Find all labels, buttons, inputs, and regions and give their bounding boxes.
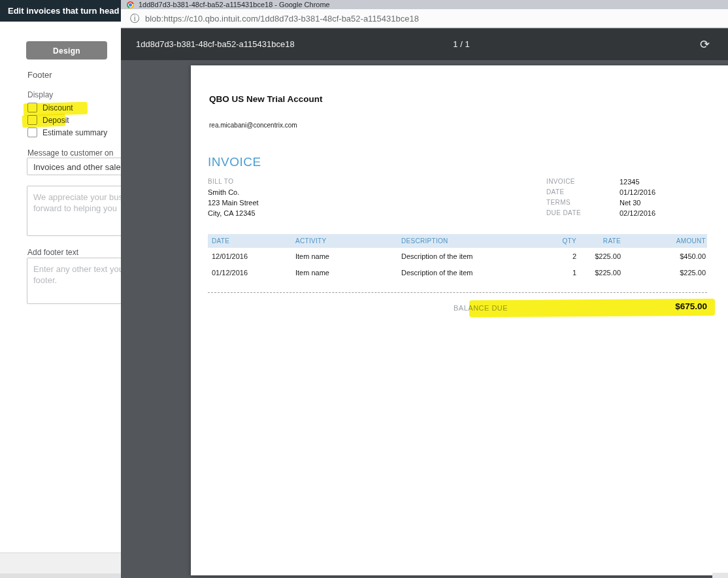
balance-due-value: $675.00	[675, 301, 707, 311]
pdf-toolbar: 1dd8d7d3-b381-48cf-ba52-a115431bce18 1 /…	[121, 29, 728, 60]
table-row: 12/01/2016 Item name Description of the …	[208, 248, 707, 264]
footer-section-title: Footer	[27, 70, 52, 80]
display-label: Display	[27, 90, 53, 99]
chrome-window: 1dd8d7d3-b381-48cf-ba52-a115431bce18 - G…	[121, 0, 728, 578]
company-name: QBO US New Trial Account	[209, 94, 323, 104]
bill-to-line: City, CA 12345	[208, 208, 259, 218]
add-footer-text-label: Add footer text	[27, 248, 78, 257]
balance-due-row: BALANCE DUE $675.00	[208, 301, 707, 314]
table-row: 01/12/2016 Item name Description of the …	[208, 264, 707, 280]
page-info-icon[interactable]: ⓘ	[130, 14, 139, 23]
cell-description: Description of the item	[397, 252, 548, 260]
meta-label: DATE	[546, 187, 620, 197]
cell-rate: $225.00	[578, 269, 622, 277]
col-header-description: DESCRIPTION	[397, 237, 548, 245]
meta-label: DUE DATE	[546, 208, 620, 218]
cell-amount: $450.00	[622, 252, 707, 260]
company-email: rea.micabani@concentrix.com	[209, 122, 297, 129]
pdf-document-title: 1dd8d7d3-b381-48cf-ba52-a115431bce18	[136, 29, 295, 60]
meta-value: 02/12/2016	[620, 208, 655, 218]
scrollbar-corner	[712, 573, 728, 578]
cell-rate: $225.00	[578, 252, 622, 260]
pdf-page-indicator: 1 / 1	[453, 29, 469, 60]
col-header-amount: AMOUNT	[622, 237, 707, 245]
col-header-rate: RATE	[578, 237, 622, 245]
col-header-activity: ACTIVITY	[291, 237, 397, 245]
bill-to-label: BILL TO	[208, 177, 259, 187]
chrome-favicon-icon	[127, 1, 134, 8]
deposit-checkbox[interactable]	[27, 115, 37, 125]
window-title: 1dd8d7d3-b381-48cf-ba52-a115431bce18 - G…	[139, 1, 330, 8]
screen: Edit invoices that turn head Design Foot…	[0, 0, 728, 578]
col-header-date: DATE	[208, 237, 291, 245]
url-text: blob:https://c10.qbo.intuit.com/1dd8d7d3…	[145, 14, 419, 24]
totals-separator	[208, 292, 707, 293]
cell-date: 12/01/2016	[208, 252, 291, 260]
pdf-viewport[interactable]: QBO US New Trial Account rea.micabani@co…	[121, 60, 728, 578]
checkbox-row-deposit[interactable]: Deposit	[27, 114, 69, 126]
invoice-title: INVOICE	[208, 155, 261, 169]
window-titlebar: 1dd8d7d3-b381-48cf-ba52-a115431bce18 - G…	[121, 0, 728, 9]
cell-activity: Item name	[291, 252, 397, 260]
meta-value: 12345	[620, 177, 640, 187]
cell-qty: 1	[548, 269, 578, 277]
meta-value: 01/12/2016	[620, 187, 655, 197]
col-header-qty: QTY	[548, 237, 578, 245]
meta-value: Net 30	[620, 197, 640, 208]
cell-amount: $225.00	[622, 269, 707, 277]
address-bar[interactable]: ⓘ blob:https://c10.qbo.intuit.com/1dd8d7…	[121, 9, 728, 28]
invoice-meta-block: INVOICE12345 DATE01/12/2016 TERMSNet 30 …	[546, 177, 655, 218]
checkbox-row-discount[interactable]: Discount	[27, 102, 73, 113]
invoice-page: QBO US New Trial Account rea.micabani@co…	[191, 65, 728, 575]
cell-date: 01/12/2016	[208, 269, 291, 277]
discount-checkbox-label: Discount	[42, 103, 73, 112]
message-to-customer-label: Message to customer on	[27, 148, 113, 158]
balance-due-label: BALANCE DUE	[454, 304, 508, 312]
discount-checkbox[interactable]	[27, 103, 37, 112]
cell-description: Description of the item	[397, 269, 548, 277]
estimate-summary-checkbox[interactable]	[27, 128, 37, 137]
cell-activity: Item name	[291, 269, 397, 277]
rotate-icon[interactable]: ⟳	[696, 29, 714, 60]
checkbox-row-estimate-summary[interactable]: Estimate summary	[27, 127, 107, 138]
meta-label: TERMS	[546, 197, 620, 208]
bill-to-block: BILL TO Smith Co. 123 Main Street City, …	[208, 177, 259, 218]
bill-to-line: Smith Co.	[208, 187, 259, 197]
bill-to-line: 123 Main Street	[208, 197, 259, 208]
deposit-checkbox-label: Deposit	[42, 116, 69, 125]
line-items-table: DATE ACTIVITY DESCRIPTION QTY RATE AMOUN…	[208, 234, 707, 280]
table-header-row: DATE ACTIVITY DESCRIPTION QTY RATE AMOUN…	[208, 234, 707, 248]
tab-design[interactable]: Design	[26, 41, 107, 60]
meta-label: INVOICE	[546, 177, 620, 187]
cell-qty: 2	[548, 252, 578, 260]
estimate-summary-checkbox-label: Estimate summary	[42, 128, 107, 137]
